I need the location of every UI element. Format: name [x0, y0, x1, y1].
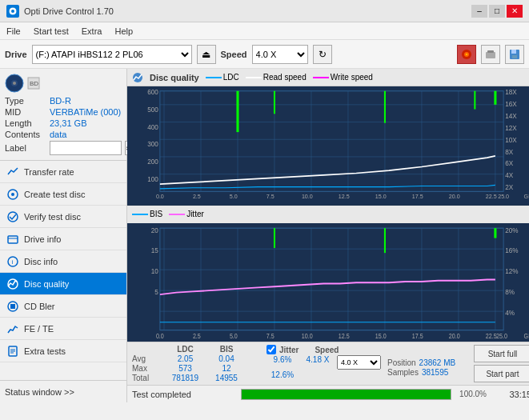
svg-point-4: [466, 54, 467, 55]
menu-extra[interactable]: Extra: [75, 25, 109, 38]
refresh-button[interactable]: ↻: [313, 45, 332, 64]
write-speed-legend-color: [313, 77, 329, 78]
samples-label: Samples: [387, 368, 419, 377]
chart-header: Disc quality LDC Read speed Write speed: [127, 69, 529, 86]
read-speed-legend-label: Read speed: [263, 73, 307, 82]
svg-rect-9: [512, 55, 517, 58]
upper-chart: 600 500 400 300 200 100 18X 16X 14X 12X …: [127, 86, 529, 206]
main-container: BD Type BD-R MID VERBATiMe (000) Length …: [0, 69, 529, 402]
disc-quality-icon: [6, 278, 19, 290]
svg-text:5.0: 5.0: [230, 193, 238, 200]
svg-text:12.5: 12.5: [339, 193, 350, 200]
svg-text:0.0: 0.0: [156, 331, 164, 339]
svg-text:15.0: 15.0: [375, 331, 387, 339]
svg-text:20.0: 20.0: [449, 331, 460, 339]
sidebar-item-verify-test-disc[interactable]: Verify test disc: [0, 206, 126, 228]
svg-text:2.5: 2.5: [193, 331, 201, 339]
svg-rect-79: [127, 223, 529, 342]
status-window-label: Status window >>: [5, 387, 74, 397]
svg-text:18X: 18X: [505, 88, 517, 97]
status-text: Test completed: [132, 390, 236, 399]
sidebar-item-transfer-rate[interactable]: Transfer rate: [0, 161, 126, 183]
speed-label: Speed: [221, 50, 247, 59]
disc-length-value: 23,31 GB: [50, 118, 86, 128]
row-avg-ldc: 2.05: [163, 354, 207, 363]
jitter-checkbox[interactable]: [267, 345, 276, 354]
fe-te-icon: [6, 322, 19, 335]
sidebar-item-disc-info[interactable]: i Disc info: [0, 250, 126, 273]
erase-button[interactable]: [481, 45, 500, 64]
disc-icon: [5, 74, 24, 93]
lower-chart: 20 15 10 5 20% 16% 12% 8% 4% 0.0 2.5 5.0…: [127, 223, 529, 342]
row-avg-speed: 4.18 X: [302, 355, 334, 370]
svg-text:22.5: 22.5: [486, 193, 497, 200]
write-speed-legend-label: Write speed: [331, 73, 373, 82]
disc-label-input[interactable]: [50, 141, 122, 155]
svg-text:2X: 2X: [505, 183, 513, 192]
svg-text:14X: 14X: [505, 112, 517, 121]
title-bar: Opti Drive Control 1.70 – □ ✕: [0, 0, 529, 22]
start-full-button[interactable]: Start full: [474, 345, 529, 362]
menu-bar: File Start test Extra Help: [0, 22, 529, 40]
toolbar: Drive (F:) ATAPI iHBS112 2 PL06 ⏏ Speed …: [0, 40, 529, 69]
row-avg-jitter: 9.6%: [267, 355, 299, 370]
svg-text:20.0: 20.0: [449, 193, 460, 200]
sidebar-item-create-test-disc[interactable]: Create test disc: [0, 183, 126, 206]
row-total-label: Total: [132, 374, 160, 382]
sidebar-item-fe-te[interactable]: FE / TE: [0, 318, 126, 340]
drive-select[interactable]: (F:) ATAPI iHBS112 2 PL06: [32, 45, 192, 64]
svg-rect-6: [487, 50, 494, 53]
svg-text:4%: 4%: [505, 308, 515, 317]
verify-test-disc-icon: [6, 210, 19, 223]
save-button[interactable]: [505, 45, 524, 64]
action-buttons: Start full Start part: [474, 345, 529, 382]
row-total-bis: 14955: [210, 374, 242, 382]
svg-rect-18: [8, 236, 18, 243]
transfer-rate-label: Transfer rate: [24, 167, 74, 177]
lower-chart-header: BIS Jitter: [127, 206, 529, 223]
progress-bar-container: [241, 389, 451, 400]
sidebar-item-extra-tests[interactable]: Extra tests: [0, 340, 126, 362]
menu-help[interactable]: Help: [108, 25, 139, 38]
row-max-jitter: 12.6%: [267, 370, 299, 379]
svg-text:7.5: 7.5: [267, 193, 275, 200]
close-button[interactable]: ✕: [507, 5, 523, 18]
speed-col-header: Speed: [315, 346, 339, 354]
sidebar-item-cd-bler[interactable]: CD Bler: [0, 295, 126, 318]
sidebar-item-disc-quality[interactable]: Disc quality: [0, 273, 126, 295]
jitter-legend-color: [169, 214, 185, 215]
svg-text:4X: 4X: [505, 171, 513, 180]
length-label: Length: [5, 118, 46, 128]
menu-file[interactable]: File: [0, 25, 27, 38]
menu-start-test[interactable]: Start test: [27, 25, 75, 38]
bis-legend-label: BIS: [150, 210, 162, 218]
disc-quality-label: Disc quality: [24, 279, 69, 289]
maximize-button[interactable]: □: [489, 5, 505, 18]
time-display: 33:15: [491, 390, 529, 399]
sidebar-item-drive-info[interactable]: Drive info: [0, 228, 126, 250]
svg-text:15: 15: [151, 246, 158, 254]
minimize-button[interactable]: –: [471, 5, 487, 18]
speed-select[interactable]: 4.0 X: [252, 45, 308, 64]
svg-text:6X: 6X: [505, 159, 513, 168]
cd-bler-label: CD Bler: [24, 302, 55, 311]
burn-button[interactable]: [457, 45, 476, 64]
chart-icon: [132, 72, 143, 83]
speed-select-stats[interactable]: 4.0 X: [337, 355, 381, 370]
svg-text:7.5: 7.5: [267, 331, 275, 339]
start-part-button[interactable]: Start part: [474, 365, 529, 382]
stats-table: LDC BIS Avg 2.05 0.04 Max 573 12 Total 7…: [132, 345, 260, 382]
nav-items: Transfer rate Create test disc Verify te…: [0, 161, 126, 380]
svg-text:25.0: 25.0: [496, 331, 507, 339]
svg-text:10: 10: [151, 266, 158, 275]
row-avg-label: Avg: [132, 354, 160, 363]
eject-button[interactable]: ⏏: [197, 45, 216, 64]
svg-text:5: 5: [154, 287, 158, 296]
status-bar: Test completed 100.0% 33:15: [127, 385, 529, 402]
svg-text:400: 400: [147, 122, 158, 131]
col-header-empty: [132, 345, 160, 354]
svg-text:12X: 12X: [505, 123, 517, 132]
extra-tests-icon: [6, 345, 19, 358]
status-window-button[interactable]: Status window >>: [0, 380, 126, 402]
row-max-ldc: 573: [163, 364, 207, 373]
